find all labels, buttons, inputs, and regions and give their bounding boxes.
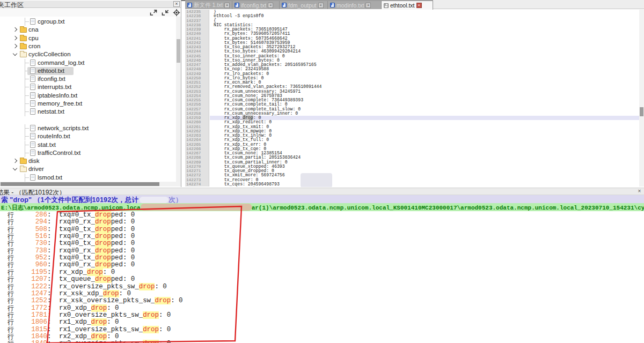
tree-item-iptablesinfo-txt[interactable]: iptablesInfo.txt [0, 92, 176, 100]
workspace-panel: 夹工作区 × cgroup.txtcnacpucroncyclicCollect… [0, 0, 181, 187]
tree-item-interrupts-txt[interactable]: interrupts.txt [0, 83, 176, 91]
tree-item-trafficcontrol-txt[interactable]: trafficControl.txt [0, 149, 176, 157]
match-row[interactable]: 行952:txq#0_tx_dropped: 0 [0, 255, 644, 262]
match-row[interactable]: 行516:rxq#0_rx_dropped: 0 [0, 233, 644, 240]
tree-item-ethtool-txt[interactable]: ethtool.txt [0, 67, 176, 75]
tab-close-icon[interactable]: × [365, 3, 371, 8]
match-row[interactable]: 行738:rxq#0_rx_dropped: 0 [0, 248, 644, 255]
tree-item-label: network_scripts.txt [38, 125, 89, 131]
match-text: tx_queue_dropped: 0 [59, 276, 135, 283]
match-text: txq#0_tx_dropped: 0 [59, 226, 135, 233]
tree-item-memory-free-txt[interactable]: memory_free.txt [0, 100, 176, 108]
tree-item-label: cna [28, 26, 39, 33]
tree-item-cpu[interactable]: cpu [0, 34, 176, 42]
chevron-right-icon[interactable] [13, 35, 17, 40]
tab-ifconfig-txt[interactable]: ifconfig.txt× [232, 1, 280, 9]
match-line-number: 508 [16, 226, 47, 233]
tree-item-label: ethtool.txt [38, 68, 64, 74]
tree-item-ifconfig-txt[interactable]: ifconfig.txt [0, 75, 176, 83]
results-close-icon[interactable]: × [636, 188, 642, 194]
tree-item-stat-txt[interactable]: stat.txt [0, 141, 176, 149]
code-line: rx_lro_packets: 0 [210, 72, 639, 76]
editor-vertical-scrollbar[interactable] [639, 10, 644, 187]
line-number: 142235 [186, 10, 208, 14]
match-row[interactable]: 行730:txq#0_tx_dropped: 0 [0, 240, 644, 247]
tree-item-cycliccollection[interactable]: cyclicCollection [0, 50, 176, 58]
tree-item-cron[interactable]: cron [0, 42, 176, 50]
tree-item-disk[interactable]: disk [0, 157, 176, 165]
tree-item-netstat-txt[interactable]: netstat.txt [0, 108, 176, 116]
tree-item-driver[interactable]: driver [0, 165, 176, 173]
match-text: rx_oversize_pkts_sw_drop: 0 [59, 284, 167, 290]
tab-close-icon[interactable]: × [416, 3, 422, 8]
tree-connector [25, 111, 29, 112]
workspace-toolbar [0, 9, 181, 17]
match-text: rx2_xdp_drop: 0 [59, 333, 119, 340]
code-line: tx_added_vlan_packets: 205165957165 [210, 63, 639, 67]
collapse-all-icon[interactable] [162, 9, 169, 16]
line-number: 142258 [186, 111, 208, 116]
match-line-number: 1781 [16, 312, 47, 319]
chevron-right-icon[interactable] [13, 159, 17, 163]
match-row[interactable]: 行1247:rx_xsk_xdp_drop: 0 [0, 290, 644, 297]
match-row[interactable]: 行1207:tx_queue_dropped: 0 [0, 276, 644, 283]
editor-vscroll-thumb[interactable] [640, 107, 643, 116]
chevron-right-icon[interactable] [13, 44, 17, 48]
match-row[interactable]: 行508:txq#0_tx_dropped: 0 [0, 226, 644, 233]
tree-item-cna[interactable]: cna [0, 26, 176, 34]
match-row[interactable]: 行1849:rx2_oversize_pkts_sw_drop: 0 [0, 340, 644, 343]
match-highlight: drop [95, 254, 111, 262]
search-summary: 索 "drop" （1个文件中匹配到10192次，总计 [1, 196, 138, 204]
tree-item-lsmod-txt[interactable]: lsmod.txt [0, 174, 176, 182]
tab-modinfo-txt[interactable]: modinfo.txt× [328, 1, 382, 9]
tab-close-icon[interactable]: × [268, 3, 273, 8]
match-highlight: drop [91, 318, 107, 326]
workspace-close-icon[interactable]: × [173, 1, 180, 7]
tree-item-command-log-txt[interactable]: command_log.txt [0, 59, 176, 67]
match-row[interactable]: 行294:rxq#0_rx_dropped: 0 [0, 219, 644, 226]
tree-connector [25, 63, 29, 63]
match-row[interactable]: 行286:txq#0_tx_dropped: 0 [0, 212, 644, 219]
chevron-right-icon[interactable] [13, 27, 17, 32]
tab-close-icon[interactable]: × [224, 3, 230, 8]
match-line-number: 1207 [16, 276, 47, 283]
tree-connector [25, 21, 29, 22]
code-line: ethtool -S enp1s0f0 [210, 14, 639, 18]
tree-vscroll-thumb[interactable] [177, 39, 180, 63]
tree-item-cgroup-txt[interactable]: cgroup.txt [0, 18, 176, 26]
match-row[interactable]: 行1781:rx0_oversize_pkts_sw_drop: 0 [0, 312, 644, 319]
tab-fdm-output[interactable]: fdm_output× [280, 1, 328, 9]
match-row[interactable]: 行1840:rx2_xdp_drop: 0 [0, 333, 644, 340]
save-state-icon [282, 3, 287, 8]
tree-item-routeinfo-txt[interactable]: routeInfo.txt [0, 132, 176, 140]
line-number: 142271 [186, 169, 208, 173]
code-editor[interactable]: }ethtool -S enp1s0f0{NIC statistics: rx_… [210, 10, 639, 187]
chevron-down-icon[interactable] [13, 51, 17, 56]
tree-item-network-scripts-txt[interactable]: network_scripts.txt [0, 124, 176, 132]
tree-item-label: command_log.txt [38, 59, 85, 66]
tree-horizontal-scrollbar[interactable] [0, 182, 181, 187]
search-results-panel: 结果 - （匹配10192次） × 索 "drop" （1个文件中匹配到1019… [0, 187, 644, 343]
chevron-down-icon[interactable] [13, 166, 17, 170]
matched-file-path-line[interactable]: E:\日志\armod0523.odata.ncmp.unicom.locaar… [0, 203, 644, 211]
match-row[interactable]: 行1806:rx1_xdp_drop: 0 [0, 319, 644, 326]
tree-connector [25, 95, 29, 96]
match-row[interactable]: 行1252:rx_xsk_oversize_pkts_sw_drop: 0 [0, 297, 644, 304]
tree-hscroll-thumb[interactable] [1, 182, 159, 186]
row-label: 行 [8, 219, 14, 226]
locate-file-icon[interactable] [173, 9, 180, 16]
match-row[interactable]: 行960:rxq#0_rx_dropped: 0 [0, 262, 644, 269]
tab-close-icon[interactable]: × [318, 3, 324, 8]
match-row[interactable]: 行1772:rx0_xdp_drop: 0 [0, 305, 644, 312]
tree-connector [25, 136, 29, 137]
match-row[interactable]: 行1195:rx_xdp_drop: 0 [0, 269, 644, 276]
tab--1-txt[interactable]: 新文件 1.txt× [185, 1, 232, 9]
tree-vertical-scrollbar[interactable] [176, 17, 181, 182]
tree-connector [25, 153, 29, 153]
row-label: 行 [8, 290, 14, 297]
match-row[interactable]: 行1222:rx_oversize_pkts_sw_drop: 0 [0, 284, 644, 290]
row-label: 行 [8, 319, 14, 326]
match-row[interactable]: 行1815:rx1_oversize_pkts_sw_drop: 0 [0, 326, 644, 333]
tab-ethtool-txt[interactable]: ethtool.txt× [382, 1, 433, 10]
expand-all-icon[interactable] [150, 9, 157, 16]
